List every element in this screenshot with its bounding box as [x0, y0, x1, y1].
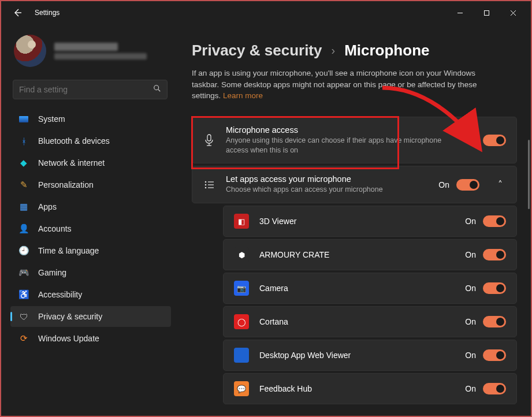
- close-button[interactable]: [500, 3, 526, 22]
- app-toggle[interactable]: [483, 215, 506, 227]
- svg-rect-6: [207, 135, 211, 141]
- apps-icon: ▦: [18, 202, 29, 212]
- app-toggle[interactable]: [483, 282, 506, 294]
- search-input[interactable]: [19, 85, 153, 94]
- sidebar-item-label: Windows Update: [38, 334, 99, 343]
- app-row: 💬Feedback HubOn: [223, 373, 517, 404]
- clock-icon: 🕘: [18, 245, 29, 256]
- toggle-state-label: On: [465, 317, 476, 326]
- app-name-label: Desktop App Web Viewer: [259, 351, 455, 360]
- shield-icon: 🛡: [18, 311, 29, 322]
- user-texts: [54, 43, 147, 59]
- app-icon: ◯: [234, 314, 249, 329]
- app-row: Desktop App Web ViewerOn: [223, 340, 517, 371]
- app-name-label: Feedback Hub: [259, 384, 455, 393]
- app-toggle[interactable]: [483, 383, 506, 394]
- maximize-icon: [483, 10, 490, 16]
- window-title: Settings: [35, 9, 59, 17]
- search-box[interactable]: [13, 80, 168, 99]
- sidebar-item-label: Time & language: [38, 246, 99, 255]
- breadcrumb-current: Microphone: [344, 42, 429, 59]
- sidebar-item-bluetooth[interactable]: ᚼBluetooth & devices: [10, 131, 171, 151]
- toggle-state-label: On: [465, 384, 476, 393]
- microphone-access-toggle[interactable]: [483, 135, 506, 146]
- sidebar-item-accounts[interactable]: 👤Accounts: [10, 218, 171, 239]
- let-apps-toggle[interactable]: [456, 179, 479, 191]
- wifi-icon: ◆: [18, 158, 29, 168]
- update-icon: ⟳: [18, 333, 29, 344]
- avatar: [14, 35, 46, 67]
- toggle-state-label: On: [465, 351, 476, 360]
- sidebar-item-accessibility[interactable]: ♿Accessibility: [10, 284, 171, 305]
- sidebar-item-time-language[interactable]: 🕘Time & language: [10, 240, 171, 261]
- window-controls: [447, 3, 526, 22]
- scrollbar-thumb[interactable]: [528, 140, 530, 209]
- app-icon: 📷: [234, 281, 249, 296]
- sidebar-item-privacy-security[interactable]: 🛡Privacy & security: [10, 306, 171, 327]
- minimize-icon: [457, 10, 463, 16]
- learn-more-link[interactable]: Learn more: [223, 91, 263, 100]
- app-name-label: 3D Viewer: [259, 217, 455, 226]
- chevron-right-icon: ›: [331, 44, 335, 57]
- svg-line-5: [158, 90, 161, 92]
- minimize-button[interactable]: [447, 3, 473, 22]
- svg-rect-1: [484, 10, 489, 15]
- brush-icon: ✎: [18, 180, 29, 190]
- svg-point-11: [205, 184, 207, 186]
- card-title: Let apps access your microphone: [226, 174, 428, 184]
- intro-text: If an app is using your microphone, you'…: [192, 68, 504, 102]
- close-icon: [510, 10, 516, 16]
- sidebar-item-label: Network & internet: [38, 158, 105, 167]
- sidebar: System ᚼBluetooth & devices ◆Network & i…: [1, 24, 174, 416]
- app-permission-list: ◧3D ViewerOn⬢ARMOURY CRATEOn📷CameraOn◯Co…: [223, 206, 517, 404]
- bluetooth-icon: ᚼ: [18, 136, 29, 146]
- app-toggle[interactable]: [483, 316, 506, 327]
- arrow-left-icon: [13, 8, 22, 17]
- card-description: Choose which apps can access your microp…: [226, 185, 428, 195]
- titlebar: Settings: [1, 1, 531, 24]
- list-settings-icon: [203, 180, 215, 189]
- toggle-state-label: On: [465, 284, 476, 293]
- sidebar-item-label: Bluetooth & devices: [38, 136, 110, 146]
- gamepad-icon: 🎮: [18, 267, 29, 278]
- sidebar-item-personalization[interactable]: ✎Personalization: [10, 174, 171, 195]
- microphone-icon: [203, 134, 215, 147]
- card-title: Microphone access: [226, 125, 455, 135]
- app-row: ⬢ARMOURY CRATEOn: [223, 239, 517, 270]
- app-toggle[interactable]: [483, 349, 506, 361]
- back-button[interactable]: [6, 1, 29, 24]
- sidebar-item-network[interactable]: ◆Network & internet: [10, 152, 171, 173]
- system-icon: [18, 114, 29, 124]
- sidebar-item-label: System: [38, 114, 65, 124]
- app-row: ◯CortanaOn: [223, 306, 517, 337]
- chevron-up-icon[interactable]: ˄: [494, 179, 506, 190]
- let-apps-access-card[interactable]: Let apps access your microphone Choose w…: [192, 166, 517, 203]
- app-row: 📷CameraOn: [223, 273, 517, 304]
- search-icon: [153, 84, 161, 95]
- sidebar-item-windows-update[interactable]: ⟳Windows Update: [10, 328, 171, 349]
- app-row: ◧3D ViewerOn: [223, 206, 517, 237]
- svg-point-9: [205, 181, 207, 183]
- user-email-redacted: [54, 53, 147, 59]
- microphone-access-card: Microphone access Anyone using this devi…: [192, 117, 517, 164]
- person-icon: 👤: [18, 224, 29, 234]
- user-name-redacted: [54, 43, 118, 51]
- sidebar-item-label: Apps: [38, 202, 57, 211]
- app-toggle[interactable]: [483, 249, 506, 260]
- app-icon: ⬢: [234, 247, 249, 262]
- app-name-label: Camera: [259, 284, 455, 293]
- toggle-state-label: On: [465, 250, 476, 259]
- sidebar-item-label: Privacy & security: [38, 312, 102, 321]
- maximize-button[interactable]: [473, 3, 500, 22]
- breadcrumb-parent[interactable]: Privacy & security: [192, 42, 322, 59]
- sidebar-item-gaming[interactable]: 🎮Gaming: [10, 262, 171, 283]
- svg-point-13: [205, 187, 207, 189]
- user-account-row[interactable]: [10, 29, 171, 77]
- sidebar-item-label: Accessibility: [38, 290, 82, 299]
- accessibility-icon: ♿: [18, 289, 29, 300]
- sidebar-item-apps[interactable]: ▦Apps: [10, 196, 171, 217]
- nav-list: System ᚼBluetooth & devices ◆Network & i…: [10, 109, 171, 349]
- sidebar-item-label: Gaming: [38, 268, 66, 277]
- sidebar-item-system[interactable]: System: [10, 109, 171, 129]
- breadcrumb: Privacy & security › Microphone: [192, 42, 517, 59]
